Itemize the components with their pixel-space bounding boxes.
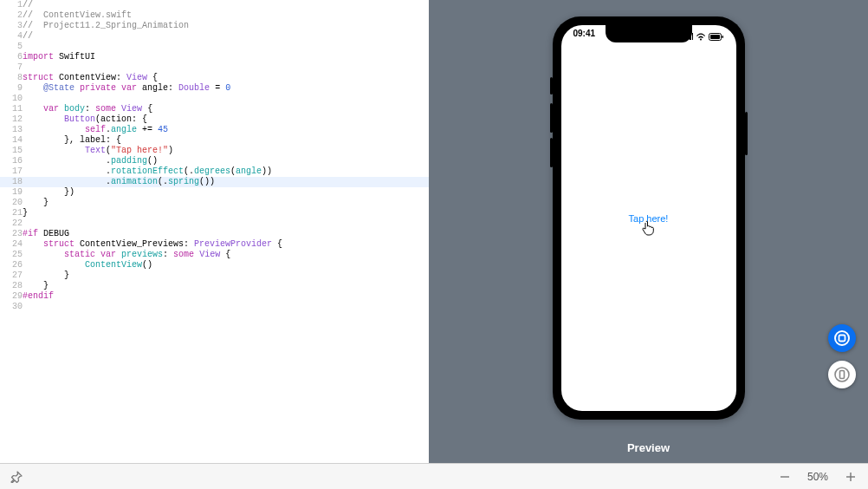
code-line[interactable]: 4// — [0, 31, 429, 42]
line-number: 27 — [0, 271, 23, 281]
code-line[interactable]: 22 — [0, 218, 429, 229]
line-number: 10 — [0, 94, 23, 104]
line-number: 22 — [0, 218, 23, 229]
code-content[interactable] — [23, 42, 429, 52]
main-split: 1//2// ContentView.swift3// Project11.2_… — [0, 0, 868, 463]
vol-down-icon — [550, 138, 553, 167]
code-line[interactable]: 3// Project11.2_Spring_Animation — [0, 21, 429, 31]
code-line[interactable]: 11 var body: some View { — [0, 104, 429, 114]
preview-pane: 09:41 Tap here! — [429, 0, 868, 463]
pin-icon[interactable] — [10, 471, 23, 483]
line-number: 19 — [0, 187, 23, 198]
line-number: 23 — [0, 229, 23, 239]
line-number: 29 — [0, 291, 23, 302]
code-content[interactable] — [23, 302, 429, 312]
code-line[interactable]: 28 } — [0, 281, 429, 291]
code-line[interactable]: 6import SwiftUI — [0, 52, 429, 62]
code-content[interactable]: // ContentView.swift — [23, 10, 429, 21]
screen-content: Tap here! — [561, 25, 736, 411]
code-line[interactable]: 25 static var previews: some View { — [0, 250, 429, 260]
svg-rect-6 — [840, 371, 845, 379]
code-content[interactable]: var body: some View { — [23, 104, 429, 114]
preview-live-button[interactable] — [828, 324, 856, 352]
code-content[interactable]: #endif — [23, 291, 429, 302]
code-line[interactable]: 5 — [0, 42, 429, 52]
code-line[interactable]: 8struct ContentView: View { — [0, 73, 429, 83]
line-number: 7 — [0, 62, 23, 73]
code-content[interactable]: Button(action: { — [23, 114, 429, 125]
code-content[interactable]: import SwiftUI — [23, 52, 429, 62]
code-content[interactable]: struct ContentView: View { — [23, 73, 429, 83]
zoom-in-button[interactable] — [844, 470, 858, 484]
code-content[interactable]: // Project11.2_Spring_Animation — [23, 21, 429, 31]
code-line[interactable]: 1// — [0, 0, 429, 10]
code-content[interactable]: } — [23, 281, 429, 291]
svg-point-3 — [835, 331, 849, 345]
code-line[interactable]: 30 — [0, 302, 429, 312]
preview-label: Preview — [429, 436, 868, 463]
code-content[interactable]: }, label: { — [23, 135, 429, 146]
code-line[interactable]: 13 self.angle += 45 — [0, 125, 429, 135]
code-content[interactable] — [23, 218, 429, 229]
code-content[interactable]: } — [23, 208, 429, 218]
line-number: 3 — [0, 21, 23, 31]
code-line[interactable]: 18 .animation(.spring()) — [0, 177, 429, 187]
code-line[interactable]: 14 }, label: { — [0, 135, 429, 146]
line-number: 18 — [0, 177, 23, 187]
preview-device-button[interactable] — [828, 361, 856, 388]
code-content[interactable]: #if DEBUG — [23, 229, 429, 239]
code-line[interactable]: 29#endif — [0, 291, 429, 302]
zoom-level: 50% — [807, 471, 828, 483]
code-line[interactable]: 10 — [0, 94, 429, 104]
code-line[interactable]: 19 }) — [0, 187, 429, 198]
mute-switch-icon — [550, 77, 553, 95]
svg-rect-4 — [839, 336, 845, 342]
code-line[interactable]: 17 .rotationEffect(.degrees(angle)) — [0, 166, 429, 177]
line-number: 25 — [0, 250, 23, 260]
code-line[interactable]: 7 — [0, 62, 429, 73]
code-content[interactable]: }) — [23, 187, 429, 198]
svg-point-5 — [835, 368, 849, 381]
code-content[interactable]: @State private var angle: Double = 0 — [23, 83, 429, 94]
code-line[interactable]: 23#if DEBUG — [0, 229, 429, 239]
code-editor[interactable]: 1//2// ContentView.swift3// Project11.2_… — [0, 0, 429, 463]
code-content[interactable]: struct ContentView_Previews: PreviewProv… — [23, 239, 429, 250]
code-line[interactable]: 2// ContentView.swift — [0, 10, 429, 21]
line-number: 17 — [0, 166, 23, 177]
code-content[interactable]: .padding() — [23, 156, 429, 166]
line-number: 9 — [0, 83, 23, 94]
code-content[interactable]: Text("Tap here!") — [23, 146, 429, 156]
code-content[interactable]: } — [23, 271, 429, 281]
device-frame: 09:41 Tap here! — [553, 16, 745, 420]
code-content[interactable]: self.angle += 45 — [23, 125, 429, 135]
code-line[interactable]: 15 Text("Tap here!") — [0, 146, 429, 156]
code-content[interactable]: } — [23, 198, 429, 208]
line-number: 12 — [0, 114, 23, 125]
code-content[interactable]: static var previews: some View { — [23, 250, 429, 260]
code-line[interactable]: 16 .padding() — [0, 156, 429, 166]
device-screen: 09:41 Tap here! — [561, 25, 736, 411]
code-line[interactable]: 12 Button(action: { — [0, 114, 429, 125]
line-number: 2 — [0, 10, 23, 21]
code-line[interactable]: 26 ContentView() — [0, 260, 429, 271]
code-content[interactable] — [23, 94, 429, 104]
cursor-hand-icon — [642, 220, 656, 236]
notch-icon — [606, 25, 692, 42]
line-number: 30 — [0, 302, 23, 312]
code-content[interactable] — [23, 62, 429, 73]
code-content[interactable]: // — [23, 0, 429, 10]
code-content[interactable]: ContentView() — [23, 260, 429, 271]
line-number: 21 — [0, 208, 23, 218]
line-number: 13 — [0, 125, 23, 135]
code-line[interactable]: 21} — [0, 208, 429, 218]
code-line[interactable]: 9 @State private var angle: Double = 0 — [0, 83, 429, 94]
code-line[interactable]: 24 struct ContentView_Previews: PreviewP… — [0, 239, 429, 250]
line-number: 6 — [0, 52, 23, 62]
code-line[interactable]: 27 } — [0, 271, 429, 281]
line-number: 26 — [0, 260, 23, 271]
code-content[interactable]: .rotationEffect(.degrees(angle)) — [23, 166, 429, 177]
zoom-out-button[interactable] — [778, 470, 792, 484]
code-line[interactable]: 20 } — [0, 198, 429, 208]
code-content[interactable]: .animation(.spring()) — [23, 177, 429, 187]
code-content[interactable]: // — [23, 31, 429, 42]
